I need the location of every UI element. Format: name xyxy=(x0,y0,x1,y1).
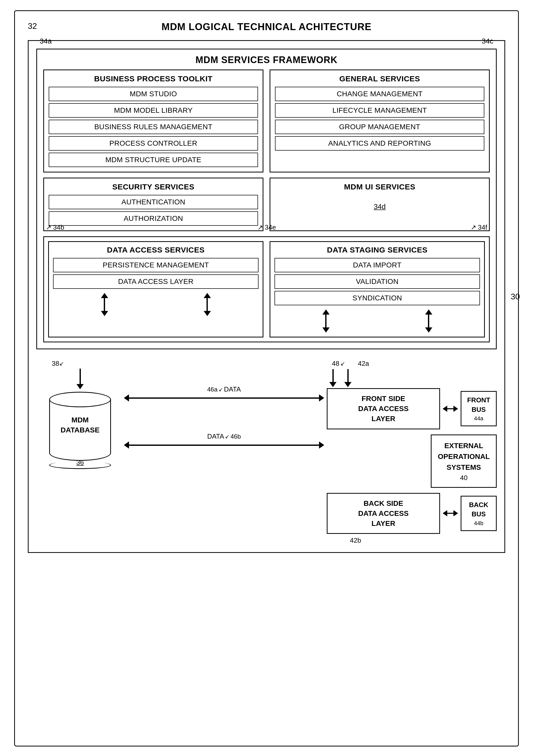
mdm-ui-services-box: MDM UI SERVICES 34d xyxy=(269,177,490,231)
change-management: CHANGE MANAGEMENT xyxy=(275,87,484,101)
data-label-top: DATA xyxy=(224,385,241,393)
ref-34b: ↗ 34b xyxy=(46,224,64,231)
ref-34d: 34d xyxy=(374,202,386,211)
general-services-title: GENERAL SERVICES xyxy=(275,74,484,83)
syndication: SYNDICATION xyxy=(274,291,480,305)
ref-30: 30 xyxy=(511,292,520,301)
data-staging-box: DATA STAGING SERVICES DATA IMPORT VALIDA… xyxy=(269,241,485,338)
lifecycle-management: LIFECYCLE MANAGEMENT xyxy=(275,103,484,118)
external-label: EXTERNALOPERATIONALSYSTEMS xyxy=(438,441,490,473)
data-staging-title: DATA STAGING SERVICES xyxy=(274,246,480,254)
arrow-staging-left xyxy=(323,310,330,333)
data-access-layer: DATA ACCESS LAYER xyxy=(53,274,259,289)
db-ref: 36 xyxy=(49,458,111,467)
process-controller: PROCESS CONTROLLER xyxy=(49,136,258,150)
business-rules: BUSINESS RULES MANAGEMENT xyxy=(49,120,258,134)
front-side-row: FRONT SIDEDATA ACCESSLAYER FRONTBUS 44a xyxy=(327,388,497,429)
ref-34f: ↗ 34f xyxy=(471,224,487,231)
general-services-box: GENERAL SERVICES CHANGE MANAGEMENT LIFEC… xyxy=(269,69,490,173)
data-arrows-top: 46a ↙ DATA xyxy=(124,385,324,402)
arrow-down-db xyxy=(76,368,84,389)
mdm-studio: MDM STUDIO xyxy=(49,87,258,101)
mdm-services-framework: 34a 34c MDM SERVICES FRAMEWORK BUSINESS … xyxy=(36,49,497,349)
security-title: SECURITY SERVICES xyxy=(49,182,258,191)
ref-44a: 44a xyxy=(465,415,492,422)
ref-34e: ↗ 34e xyxy=(258,224,276,231)
security-services-box: SECURITY SERVICES AUTHENTICATION AUTHORI… xyxy=(43,177,264,231)
back-bus-label: BACKBUS xyxy=(465,500,492,519)
group-management: GROUP MANAGEMENT xyxy=(275,120,484,134)
business-process-title: BUSINESS PROCESS TOOLKIT xyxy=(49,74,258,83)
external-systems-box: EXTERNALOPERATIONALSYSTEMS 40 xyxy=(431,435,497,488)
persistence-management: PERSISTENCE MANAGEMENT xyxy=(53,258,259,272)
arrow-up-right xyxy=(204,293,211,316)
front-side-label: FRONT SIDEDATA ACCESSLAYER xyxy=(333,393,434,424)
validation: VALIDATION xyxy=(274,274,480,289)
ref-40: 40 xyxy=(438,474,490,482)
mdm-database-cylinder: MDMDATABASE 36 xyxy=(49,392,111,469)
ref-48: 48 xyxy=(332,360,339,367)
page: 32 MDM LOGICAL TECHNICAL ACHITECTURE 30 … xyxy=(14,10,519,746)
arrow-staging-right xyxy=(425,310,432,333)
double-arrow-bottom xyxy=(124,442,324,449)
authorization: AUTHORIZATION xyxy=(49,211,258,226)
top-row: BUSINESS PROCESS TOOLKIT MDM STUDIO MDM … xyxy=(43,69,490,173)
data-access-title: DATA ACCESS SERVICES xyxy=(53,246,259,254)
diagram-title: MDM LOGICAL TECHNICAL ACHITECTURE xyxy=(28,21,505,33)
front-bus-arrow xyxy=(443,406,458,412)
back-side-row: BACK SIDEDATA ACCESSLAYER BACKBUS 44b xyxy=(327,493,497,534)
ref-46a: 46a xyxy=(207,386,217,393)
front-side-box: FRONT SIDEDATA ACCESSLAYER xyxy=(327,388,440,429)
data-label-bottom: DATA xyxy=(207,432,224,441)
front-bus-label: FRONTBUS xyxy=(465,395,492,414)
data-import: DATA IMPORT xyxy=(274,258,480,272)
data-row: DATA ACCESS SERVICES PERSISTENCE MANAGEM… xyxy=(43,236,490,342)
arrows-into-front xyxy=(329,369,351,387)
ref-38: 38↙ xyxy=(52,360,64,367)
ref-44b: 44b xyxy=(465,520,492,526)
back-bus-box: BACKBUS 44b xyxy=(461,496,497,531)
analytics-reporting: ANALYTICS AND REPORTING xyxy=(275,136,484,150)
ref-34a: 34a xyxy=(40,37,52,45)
mid-row: SECURITY SERVICES AUTHENTICATION AUTHORI… xyxy=(43,177,490,231)
ref-46b: 46b xyxy=(231,433,241,440)
back-side-box: BACK SIDEDATA ACCESSLAYER xyxy=(327,493,440,534)
back-side-label: BACK SIDEDATA ACCESSLAYER xyxy=(333,498,434,529)
db-label: MDMDATABASE xyxy=(49,415,111,435)
mdm-model-library: MDM MODEL LIBRARY xyxy=(49,103,258,118)
front-bus-box: FRONTBUS 44a xyxy=(461,391,497,426)
ref-42b: 42b xyxy=(350,536,361,544)
arrow-up-left xyxy=(101,293,108,316)
data-access-box: DATA ACCESS SERVICES PERSISTENCE MANAGEM… xyxy=(48,241,264,338)
ref-42a: 42a xyxy=(358,360,369,367)
data-services-wrapper: ↗ 34b ↗ 34e ↗ 34f DATA ACCESS SERVICES xyxy=(43,236,490,342)
ref-32: 32 xyxy=(28,21,37,31)
mdm-structure-update: MDM STRUCTURE UPDATE xyxy=(49,153,258,167)
business-process-box: BUSINESS PROCESS TOOLKIT MDM STUDIO MDM … xyxy=(43,69,264,173)
mdm-ui-title: MDM UI SERVICES xyxy=(344,182,415,191)
framework-label: MDM SERVICES FRAMEWORK xyxy=(43,55,490,66)
authentication: AUTHENTICATION xyxy=(49,195,258,209)
data-arrows-bottom: DATA ↙ 46b xyxy=(124,432,324,449)
ref-34c: 34c xyxy=(482,37,493,45)
top-refs: 48 ↙ 42a xyxy=(332,360,369,367)
double-arrow-top xyxy=(124,394,324,402)
back-bus-arrow xyxy=(443,510,458,516)
